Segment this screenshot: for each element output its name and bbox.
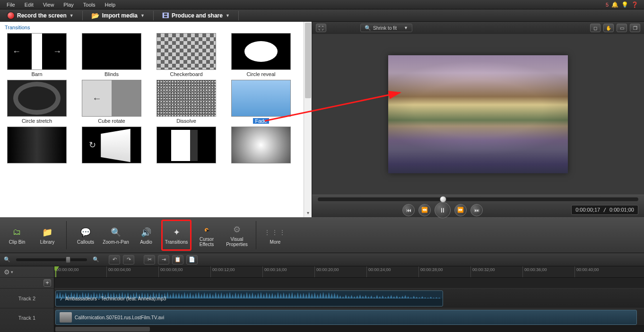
zoom-in-icon[interactable]: 🔍 [93,256,99,263]
playhead[interactable] [55,266,56,277]
transition-circle-reveal[interactable]: Circle reveal [228,33,294,77]
timecode-display: 0:00:00;17 / 0:00:01;00 [571,205,638,215]
track-2-lane[interactable]: ♪ Ambassadeurs - Technicolor (feat. Anne… [54,288,644,308]
tab-transitions[interactable]: ✦Transitions [161,220,191,251]
preview-toolbar: ⛶ 🔍 Shrink to fit ▼ ◻ ✋ ▭ ❐ [312,22,644,34]
menu-play[interactable]: Play [59,1,78,9]
timeline-h-scrollbar[interactable] [54,325,644,332]
pan-button[interactable]: ✋ [603,24,614,32]
transition-fade[interactable]: Fade [228,80,294,124]
panel-scrollbar[interactable]: ▾ [304,22,312,217]
transition-circle-stretch[interactable]: Circle stretch [4,80,70,124]
ruler-tick: 00:00:32;00 [470,266,495,277]
track-headers: ⚙ ▾ + Track 2 Track 1 [0,266,54,332]
rewind-button[interactable]: ⏪ [418,204,431,216]
fullscreen-button[interactable]: ▭ [617,24,627,32]
transition-item[interactable] [228,127,294,165]
search-icon: 🔍 [365,25,371,31]
zoom-out-icon[interactable]: 🔍 [4,256,10,263]
tab-library[interactable]: 📁Library [32,220,62,251]
timeline-area: 🔍 🔍 ↶ ↷ ✂ ⇥ 📋 📄 ⚙ ▾ + Track 2 Track 1 00… [0,253,644,332]
tool-tabs: 🗂Clip Bin 📁Library 💬Callouts 🔍Zoom-n-Pan… [0,217,644,253]
transition-item[interactable] [78,127,145,165]
ruler-tick: 00:00:04;00 [106,266,131,277]
ruler-tick: 00:00:28;00 [418,266,443,277]
tab-visual-properties[interactable]: ⚙Visual Properties [222,220,252,251]
paste-button[interactable]: 📄 [186,255,198,264]
split-button[interactable]: ⇥ [158,255,169,264]
tip-icon[interactable]: 💡 [621,1,628,8]
play-pause-button[interactable]: ⏸ [435,202,451,218]
transition-item[interactable] [153,127,219,165]
tab-callouts[interactable]: 💬Callouts [70,220,101,251]
ruler-tick: 00:00:08;00 [158,266,183,277]
transition-dissolve[interactable]: Dissolve [153,80,219,124]
redo-button[interactable]: ↷ [123,255,134,264]
forward-button[interactable]: ⏩ [454,204,467,216]
popout-button[interactable]: ❐ [630,24,640,32]
track-header-1[interactable]: Track 1 [0,308,54,327]
music-icon: ♪ [60,295,62,302]
cut-button[interactable]: ✂ [144,255,155,264]
copy-button[interactable]: 📋 [172,255,183,264]
transition-blinds[interactable]: Blinds [78,33,145,77]
share-icon: 🎞 [162,12,169,19]
ruler-tick: 00:00:36;00 [522,266,547,277]
tab-cursor-effects[interactable]: ●➤Cursor Effects [191,220,222,251]
notification-count: 5 [606,2,609,8]
import-media-button[interactable]: 📂 Import media ▼ [87,11,148,20]
help-icon[interactable]: ❓ [631,1,638,8]
ruler-tick: 00:00:12;00 [210,266,235,277]
prev-frame-button[interactable]: ⏮ [402,204,415,216]
transition-checkerboard[interactable]: Checkerboard [153,33,219,77]
add-track-button[interactable]: + [44,279,51,287]
record-icon [8,12,14,19]
clip-thumbnail [60,312,72,323]
menu-tools[interactable]: Tools [78,1,100,9]
transition-label: Checkerboard [170,71,202,77]
record-screen-button[interactable]: Record the screen ▼ [4,11,78,20]
import-label: Import media [102,12,138,19]
transition-label: Circle reveal [246,71,275,77]
ruler-tick: 00:00:40;00 [574,266,599,277]
preview-canvas[interactable] [312,34,644,195]
transition-item[interactable] [4,127,70,165]
tab-zoom-pan[interactable]: 🔍Zoom-n-Pan [101,220,131,251]
transition-label: Barn [31,71,42,77]
zoom-slider[interactable] [16,258,87,261]
track-1-lane[interactable]: Californication.S07E01.rus.LostFilm.TV.a… [54,308,644,327]
timeline-tracks[interactable]: 00:00:00;0000:00:04;0000:00:08;0000:00:1… [54,266,644,332]
next-frame-button[interactable]: ⏭ [470,204,483,216]
ruler-tick: 00:00:24;00 [366,266,391,277]
chevron-down-icon: ▼ [70,13,74,18]
video-clip[interactable]: Californication.S07E01.rus.LostFilm.TV.a… [55,310,637,325]
tab-more[interactable]: ⋮⋮⋮More [260,220,290,251]
track-header-2[interactable]: Track 2 [0,288,54,308]
crop-button[interactable]: ◻ [590,24,600,32]
menu-view[interactable]: View [38,1,59,9]
chevron-down-icon: ▼ [140,13,145,18]
zoom-handle[interactable] [66,256,70,263]
clip-label: Ambassadeurs - Technicolor (feat. Anneka… [65,296,166,301]
menu-edit[interactable]: Edit [20,1,38,9]
transition-label: Circle stretch [22,118,52,124]
detach-preview-button[interactable]: ⛶ [316,24,326,32]
transition-barn[interactable]: ←→Barn [4,33,70,77]
tab-audio[interactable]: 🔊Audio [131,220,161,251]
produce-share-button[interactable]: 🎞 Produce and share ▼ [158,11,234,20]
timeline-settings-button[interactable]: ⚙ ▾ [0,266,54,278]
transition-cube-rotate[interactable]: Cube rotate [78,80,145,124]
menu-file[interactable]: File [2,1,20,9]
audio-clip[interactable]: ♪ Ambassadeurs - Technicolor (feat. Anne… [55,290,443,306]
zoom-dropdown[interactable]: 🔍 Shrink to fit ▼ [360,24,412,32]
main-toolbar: Record the screen ▼ 📂 Import media ▼ 🎞 P… [0,9,644,22]
menu-help[interactable]: Help [100,1,120,9]
chevron-down-icon: ▼ [226,13,230,18]
transition-label: Cube rotate [98,118,125,124]
bell-icon[interactable]: 🔔 [611,1,618,8]
preview-panel: ⛶ 🔍 Shrink to fit ▼ ◻ ✋ ▭ ❐ ⏮ ⏪ ⏸ ⏩ [312,22,644,217]
seek-bar[interactable] [318,197,638,201]
time-ruler[interactable]: 00:00:00;0000:00:04;0000:00:08;0000:00:1… [54,266,644,278]
tab-clip-bin[interactable]: 🗂Clip Bin [2,220,32,251]
undo-button[interactable]: ↶ [109,255,120,264]
